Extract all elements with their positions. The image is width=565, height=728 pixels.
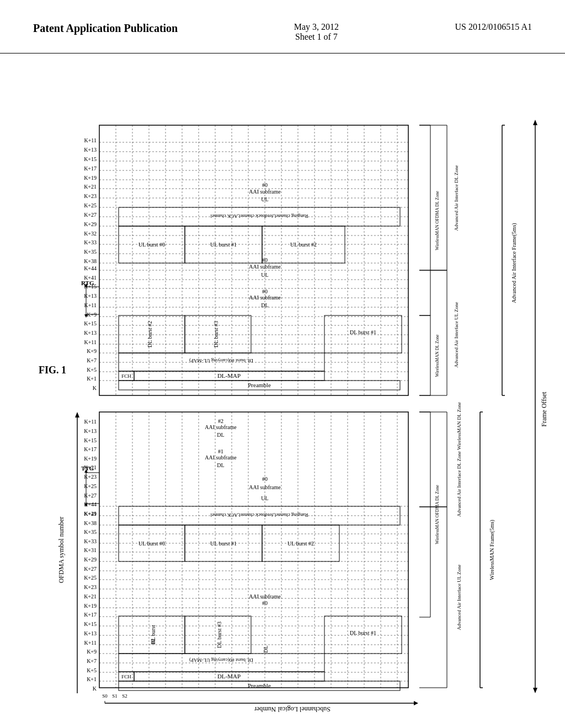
svg-text:UL: UL: [261, 495, 268, 501]
ofdma-symbol-label: OFDMA symbol number: [57, 517, 65, 584]
subchannel-label: Subchannel Logical Number: [254, 705, 331, 713]
svg-text:K+15: K+15: [84, 621, 97, 627]
svg-text:UL burst #2: UL burst #2: [287, 540, 314, 547]
page-header: Patent Application Publication May 3, 20…: [0, 0, 565, 53]
svg-marker-5: [75, 412, 79, 417]
svg-text:Advanced Air Interface DL Zone: Advanced Air Interface DL Zone WirelessM…: [456, 402, 462, 517]
svg-text:UL burst #1: UL burst #1: [210, 242, 237, 248]
svg-text:K+29: K+29: [84, 556, 97, 563]
svg-text:K+21: K+21: [84, 593, 97, 599]
svg-text:UL: UL: [261, 272, 268, 278]
svg-text:#0: #0: [262, 182, 268, 188]
svg-text:K+29: K+29: [84, 221, 97, 227]
svg-text:K+11: K+11: [84, 419, 97, 425]
svg-text:K+25: K+25: [84, 575, 97, 581]
svg-text:K+35: K+35: [84, 249, 97, 255]
svg-text:K+15: K+15: [84, 156, 97, 162]
svg-text:Advanced Air Interface DL Zone: Advanced Air Interface DL Zone: [454, 165, 459, 231]
figure-label: FIG. 1: [39, 365, 66, 376]
svg-text:#0: #0: [262, 257, 268, 263]
svg-text:K+33: K+33: [84, 538, 97, 544]
svg-text:DL burst #3: DL burst #3: [213, 321, 219, 347]
svg-text:K+23: K+23: [84, 584, 97, 590]
svg-text:K+19: K+19: [84, 603, 97, 609]
preamble-label-bottom: Preamble: [248, 682, 271, 689]
svg-text:DL burst #1: DL burst #1: [350, 630, 376, 636]
svg-text:FCH: FCH: [121, 674, 131, 679]
svg-text:AAI subframe: AAI subframe: [249, 484, 281, 490]
svg-text:UL burst #2: UL burst #2: [290, 242, 317, 248]
svg-text:Advanced Air Interface Frame(5: Advanced Air Interface Frame(5ms): [511, 223, 518, 303]
svg-text:Advanced Air Interface UL Zone: Advanced Air Interface UL Zone: [454, 302, 459, 367]
svg-rect-116: [99, 125, 408, 395]
svg-text:#2: #2: [218, 418, 223, 424]
svg-text:K+23: K+23: [84, 193, 97, 199]
svg-marker-2: [414, 701, 418, 705]
svg-text:S1: S1: [112, 693, 118, 699]
svg-text:WirelessMAN OFDMA DL Zone: WirelessMAN OFDMA DL Zone: [435, 485, 440, 544]
svg-text:K+19: K+19: [84, 456, 97, 462]
svg-text:AAI subframe: AAI subframe: [249, 593, 281, 599]
svg-text:K+17: K+17: [84, 446, 97, 452]
svg-text:K+9: K+9: [87, 348, 97, 354]
svg-text:K+38: K+38: [84, 258, 97, 264]
svg-text:K+9: K+9: [87, 649, 97, 655]
svg-text:DL: DL: [217, 462, 224, 468]
svg-text:K+27: K+27: [84, 493, 97, 499]
svg-text:Ranging channel,feedback chann: Ranging channel,feedback channel,ACK cha…: [210, 512, 308, 518]
svg-text:#1: #1: [218, 448, 223, 454]
svg-text:AAI subframe: AAI subframe: [249, 264, 281, 270]
svg-text:UL: UL: [261, 196, 268, 202]
svg-text:K+25: K+25: [84, 483, 97, 489]
svg-text:K+1: K+1: [87, 676, 97, 682]
svg-text:DL: DL: [263, 645, 269, 652]
svg-rect-0: [99, 412, 408, 688]
svg-text:#2: #2: [150, 639, 156, 644]
svg-text:UL burst #0: UL burst #0: [138, 540, 165, 547]
svg-text:DL burst #3: DL burst #3: [216, 622, 222, 648]
svg-text:AAI subframe: AAI subframe: [249, 295, 281, 301]
svg-text:K+5: K+5: [87, 367, 97, 373]
svg-text:K: K: [93, 686, 97, 692]
svg-text:K+17: K+17: [84, 165, 97, 172]
svg-text:K+13: K+13: [84, 630, 97, 636]
svg-text:K+1: K+1: [87, 376, 97, 382]
frame-offset-label: Frame Offset: [540, 392, 548, 427]
svg-text:DL: DL: [261, 302, 268, 308]
svg-text:WirelessMAN OFDMA DL Zone: WirelessMAN OFDMA DL Zone: [435, 191, 440, 250]
svg-text:K+11: K+11: [84, 137, 97, 143]
svg-marker-229: [533, 688, 537, 693]
svg-text:K+15: K+15: [84, 320, 97, 326]
svg-text:DL: DL: [217, 432, 224, 438]
svg-text:K+25: K+25: [84, 202, 97, 208]
svg-text:Advanced Air Interface UL Zone: Advanced Air Interface UL Zone: [456, 564, 462, 630]
svg-text:DL-MAP: DL-MAP: [217, 372, 241, 379]
svg-text:K+33: K+33: [84, 239, 97, 245]
svg-text:AAI subframe: AAI subframe: [249, 189, 281, 195]
svg-text:K+21: K+21: [84, 184, 97, 190]
publication-title: Patent Application Publication: [33, 22, 178, 35]
svg-text:DL burst #0(carrying UL-MAP): DL burst #0(carrying UL-MAP): [189, 358, 253, 363]
svg-text:K+7: K+7: [87, 658, 97, 664]
svg-text:K+7: K+7: [87, 357, 97, 363]
svg-text:S0: S0: [102, 693, 108, 699]
svg-text:K+29: K+29: [84, 511, 97, 517]
svg-text:K+11: K+11: [84, 339, 97, 345]
svg-marker-228: [533, 120, 537, 125]
svg-text:K+15: K+15: [84, 437, 97, 443]
svg-text:#0: #0: [262, 600, 268, 606]
svg-text:DL burst #2: DL burst #2: [147, 321, 153, 347]
dl-map-label-bottom: DL-MAP: [217, 673, 241, 679]
svg-text:K+35: K+35: [84, 529, 97, 535]
diagram-container: FIG. 1 Subchannel Logical Number OFDMA s…: [0, 53, 565, 715]
svg-text:K+41: K+41: [84, 275, 97, 281]
svg-text:K+27: K+27: [84, 566, 97, 572]
svg-text:K+31: K+31: [84, 547, 97, 553]
svg-text:K+27: K+27: [84, 212, 97, 218]
svg-text:DL burst #1: DL burst #1: [350, 329, 376, 335]
svg-text:K+19: K+19: [84, 175, 97, 181]
svg-text:K+21: K+21: [84, 464, 97, 470]
svg-text:K+17: K+17: [84, 612, 97, 618]
svg-text:UL burst #0: UL burst #0: [138, 242, 165, 248]
svg-text:#0: #0: [262, 476, 268, 482]
